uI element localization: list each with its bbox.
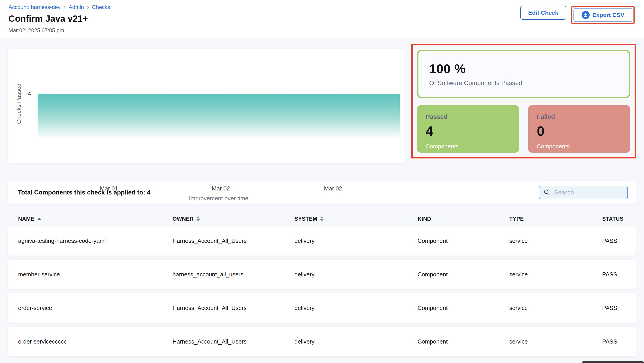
cell-system: delivery [294, 304, 418, 312]
column-header-owner[interactable]: OWNER [172, 216, 294, 222]
cell-system: delivery [294, 338, 418, 345]
column-header-system[interactable]: SYSTEM [294, 216, 418, 222]
cell-owner: harness_account_all_users [172, 271, 294, 278]
chart-x-tick: Mar 02 [324, 185, 342, 192]
cell-type: service [509, 238, 602, 244]
annotation-box-stats: 100 % Of Software Components Passed Pass… [411, 44, 636, 158]
cell-name: agniva-testing-harness-code-yaml [18, 238, 172, 244]
cell-kind: Component [418, 304, 509, 312]
cell-name: order-serviceccccc [18, 338, 172, 345]
passed-unit: Components [426, 143, 510, 150]
annotation-box-export: Export CSV [571, 6, 634, 24]
cell-kind: Component [418, 338, 509, 345]
cell-owner: Harness_Account_All_Users [172, 304, 294, 312]
column-label: SYSTEM [294, 216, 317, 222]
checks-passed-chart: Checks Passed 4 Mar 01 Mar 02 Mar 02 Imp… [8, 49, 405, 163]
table-row[interactable]: agniva-testing-harness-code-yaml Harness… [8, 226, 636, 256]
chart-x-axis-label: Improvement over time [38, 195, 400, 202]
cell-status: PASS [602, 304, 626, 312]
sort-icon[interactable] [196, 216, 200, 222]
column-label: NAME [18, 216, 34, 222]
export-csv-label: Export CSV [592, 12, 624, 18]
column-header-name[interactable]: NAME [18, 216, 172, 222]
cell-status: PASS [602, 238, 626, 244]
passed-card: Passed 4 Components [417, 105, 519, 153]
header-actions: Edit Check Export CSV [520, 6, 634, 24]
breadcrumb-checks-link[interactable]: Checks [92, 4, 110, 10]
overview-section: Checks Passed 4 Mar 01 Mar 02 Mar 02 Imp… [8, 49, 636, 163]
column-header-status: STATUS [602, 216, 626, 222]
components-table-section: Total Components this check is applied t… [8, 181, 636, 356]
table-header-row: NAME OWNER SYSTEM KIND TYPE STATUS [8, 212, 636, 226]
cell-owner: Harness_Account_All_Users [172, 338, 294, 345]
cell-status: PASS [602, 338, 626, 345]
chevron-right-icon: › [87, 4, 89, 10]
column-header-kind: KIND [418, 216, 509, 222]
chart-plot-area: Mar 01 Mar 02 Mar 02 Improvement over ti… [38, 94, 400, 163]
chart-y-axis-label: Checks Passed [16, 79, 22, 128]
chart-x-tick: Mar 02 [212, 185, 230, 192]
passed-value: 4 [426, 123, 510, 139]
cell-type: service [509, 338, 602, 345]
search-input[interactable] [539, 186, 628, 199]
failed-value: 0 [537, 123, 622, 139]
edit-check-button[interactable]: Edit Check [520, 6, 566, 20]
cell-owner: Harness_Account_All_Users [172, 238, 294, 244]
cell-name: order-service [18, 304, 172, 312]
sort-icon[interactable] [320, 216, 324, 222]
search-icon [543, 189, 550, 197]
cell-name: member-service [18, 271, 172, 278]
chevron-right-icon: › [64, 4, 66, 10]
chart-area-fill [38, 94, 400, 139]
bottom-overlay [582, 361, 644, 363]
cell-type: service [509, 304, 602, 312]
breadcrumb-admin-link[interactable]: Admin [69, 4, 84, 10]
failed-unit: Components [537, 143, 622, 150]
cell-type: service [509, 271, 602, 278]
column-label: STATUS [602, 216, 624, 222]
failed-label: Failed [537, 113, 622, 120]
passed-label: Passed [426, 113, 510, 120]
column-header-type: TYPE [509, 216, 602, 222]
table-row[interactable]: order-service Harness_Account_All_Users … [8, 293, 636, 323]
download-icon [582, 11, 590, 19]
percent-passed-caption: Of Software Components Passed [429, 80, 618, 86]
column-label: TYPE [509, 216, 524, 222]
breadcrumb-account-link[interactable]: Account: harness-dev [8, 4, 60, 10]
percent-passed-card: 100 % Of Software Components Passed [417, 50, 630, 98]
export-csv-button[interactable]: Export CSV [574, 8, 632, 22]
cell-system: delivery [294, 238, 418, 244]
table-row[interactable]: order-serviceccccc Harness_Account_All_U… [8, 327, 636, 356]
main-content: Checks Passed 4 Mar 01 Mar 02 Mar 02 Imp… [0, 38, 644, 356]
check-timestamp: Mar 02, 2025 07:05 pm [8, 27, 634, 34]
cell-status: PASS [602, 271, 626, 278]
chart-x-tick: Mar 01 [100, 185, 118, 192]
page-header: Account: harness-dev › Admin › Checks Co… [0, 0, 644, 38]
count-cards: Passed 4 Components Failed 0 Components [417, 105, 630, 153]
cell-kind: Component [418, 238, 509, 244]
percent-passed-value: 100 % [429, 61, 618, 76]
column-label: OWNER [172, 216, 194, 222]
table-row[interactable]: member-service harness_account_all_users… [8, 260, 636, 289]
sort-asc-icon[interactable] [37, 218, 41, 220]
cell-kind: Component [418, 271, 509, 278]
search-box [539, 186, 628, 199]
chart-y-tick: 4 [28, 90, 31, 97]
failed-card: Failed 0 Components [528, 105, 630, 153]
cell-system: delivery [294, 271, 418, 278]
column-label: KIND [418, 216, 431, 222]
